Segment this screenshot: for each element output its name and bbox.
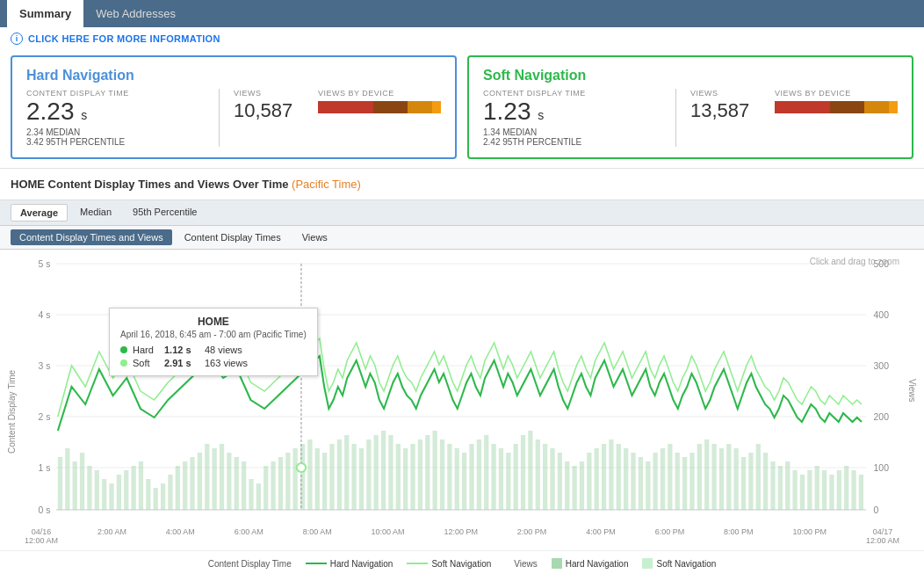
info-bar[interactable]: i CLICK HERE FOR MORE INFORMATION: [0, 27, 924, 50]
soft-nav-views: VIEWS 13,587: [690, 89, 761, 147]
svg-rect-40: [220, 444, 224, 510]
soft-device-seg-1: [775, 101, 830, 113]
svg-rect-83: [536, 439, 540, 510]
svg-rect-56: [337, 439, 342, 510]
svg-rect-114: [763, 453, 768, 510]
tooltip-hard-row: Hard 1.12 s 48 views: [120, 345, 307, 355]
svg-rect-100: [661, 448, 665, 510]
svg-rect-125: [844, 466, 848, 510]
svg-rect-32: [161, 483, 165, 510]
svg-rect-110: [734, 448, 739, 510]
svg-rect-50: [293, 448, 298, 510]
inner-tab-views[interactable]: Views: [293, 229, 336, 245]
svg-rect-21: [80, 453, 84, 510]
soft-nav-device: VIEWS BY DEVICE: [775, 89, 898, 147]
svg-text:5 s: 5 s: [39, 259, 51, 269]
svg-rect-55: [329, 444, 334, 510]
hard-nav-divider: [219, 89, 220, 147]
svg-rect-102: [675, 453, 680, 510]
soft-nav-title: Soft Navigation: [483, 68, 898, 84]
svg-rect-60: [366, 439, 371, 510]
svg-rect-26: [117, 475, 121, 510]
svg-rect-127: [859, 475, 863, 510]
svg-rect-30: [146, 479, 150, 510]
hard-nav-views-count: 10,587: [234, 99, 304, 122]
svg-rect-109: [726, 444, 731, 510]
svg-rect-35: [183, 461, 187, 510]
sub-tabs-bar: Average Median 95th Percentile: [0, 200, 924, 226]
svg-rect-18: [58, 457, 62, 510]
tooltip-date: April 16, 2018, 6:45 am - 7:00 am (Pacif…: [120, 330, 307, 339]
hard-nav-device-label: VIEWS BY DEVICE: [318, 89, 441, 98]
svg-text:0 s: 0 s: [39, 505, 51, 515]
svg-rect-72: [455, 448, 459, 510]
svg-rect-68: [425, 435, 430, 510]
svg-rect-74: [469, 444, 473, 510]
sub-tab-95th[interactable]: 95th Percentile: [124, 204, 206, 222]
legend-views-hard-label: Hard Navigation: [566, 559, 629, 569]
svg-rect-91: [595, 448, 599, 510]
svg-rect-82: [528, 431, 532, 510]
svg-text:200: 200: [874, 412, 890, 422]
sub-tab-average[interactable]: Average: [11, 204, 68, 222]
cards-row: Hard Navigation CONTENT DISPLAY TIME 2.2…: [0, 50, 924, 168]
tab-summary[interactable]: Summary: [7, 0, 83, 27]
hard-nav-device-bar: [318, 101, 441, 113]
svg-rect-24: [102, 479, 106, 510]
tooltip-soft-dot: [120, 359, 127, 367]
svg-rect-117: [785, 461, 790, 510]
svg-rect-122: [822, 470, 827, 510]
svg-rect-99: [653, 453, 658, 510]
svg-rect-78: [499, 448, 503, 510]
svg-rect-89: [580, 461, 584, 510]
inner-tab-cdt-views[interactable]: Content Display Times and Views: [11, 229, 172, 245]
info-icon: i: [11, 33, 23, 45]
chart-svg: 5 s 4 s 3 s 2 s 1 s 0 s 500 400 300 200 …: [21, 255, 903, 523]
svg-rect-84: [543, 444, 547, 510]
svg-rect-29: [139, 461, 143, 510]
soft-nav-card: Soft Navigation CONTENT DISPLAY TIME 1.2…: [467, 55, 913, 159]
svg-rect-105: [697, 444, 702, 510]
tooltip-hard-label: Hard: [133, 345, 159, 355]
svg-rect-79: [506, 453, 510, 510]
tooltip-title: HOME: [120, 316, 307, 328]
svg-rect-90: [587, 453, 591, 510]
svg-rect-95: [624, 448, 628, 510]
device-seg-2: [373, 101, 408, 113]
hard-nav-stats: 2.34 MEDIAN 3.42 95TH PERCENTILE: [26, 127, 205, 147]
svg-rect-28: [132, 466, 136, 510]
svg-rect-20: [73, 461, 77, 510]
tooltip-soft-value: 2.91 s: [164, 358, 199, 368]
legend-views-label: Views: [514, 559, 538, 569]
svg-rect-87: [565, 461, 569, 510]
section-header: HOME Content Display Times and Views Ove…: [0, 168, 924, 200]
chart-zoom-hint: Click and drag to zoom: [810, 257, 899, 266]
inner-tab-cdt[interactable]: Content Display Times: [176, 229, 290, 245]
soft-nav-left: CONTENT DISPLAY TIME 1.23 s 1.34 MEDIAN …: [483, 89, 661, 147]
svg-rect-23: [95, 470, 99, 510]
svg-rect-37: [198, 453, 202, 510]
soft-nav-line-legend: [407, 563, 428, 564]
chart-body[interactable]: 5 s 4 s 3 s 2 s 1 s 0 s 500 400 300 200 …: [21, 255, 903, 547]
svg-rect-47: [271, 461, 275, 510]
svg-rect-63: [388, 435, 393, 510]
svg-text:0: 0: [874, 505, 879, 515]
svg-rect-75: [477, 439, 481, 510]
svg-rect-106: [704, 439, 709, 510]
svg-rect-115: [770, 461, 775, 510]
svg-rect-71: [447, 444, 451, 510]
sub-tab-median[interactable]: Median: [71, 204, 120, 222]
svg-rect-64: [396, 444, 401, 510]
tab-web-addresses[interactable]: Web Addresses: [83, 0, 188, 27]
svg-rect-70: [440, 439, 444, 510]
svg-rect-41: [227, 453, 231, 510]
hard-nav-card: Hard Navigation CONTENT DISPLAY TIME 2.2…: [11, 55, 457, 159]
svg-rect-42: [235, 457, 239, 510]
svg-rect-67: [418, 439, 422, 510]
svg-rect-34: [176, 466, 180, 510]
soft-device-seg-3: [864, 101, 889, 113]
tooltip-hard-value: 1.12 s: [164, 345, 199, 355]
svg-rect-97: [639, 457, 643, 510]
header-tabs: Summary Web Addresses: [0, 0, 924, 27]
svg-rect-96: [631, 453, 635, 510]
